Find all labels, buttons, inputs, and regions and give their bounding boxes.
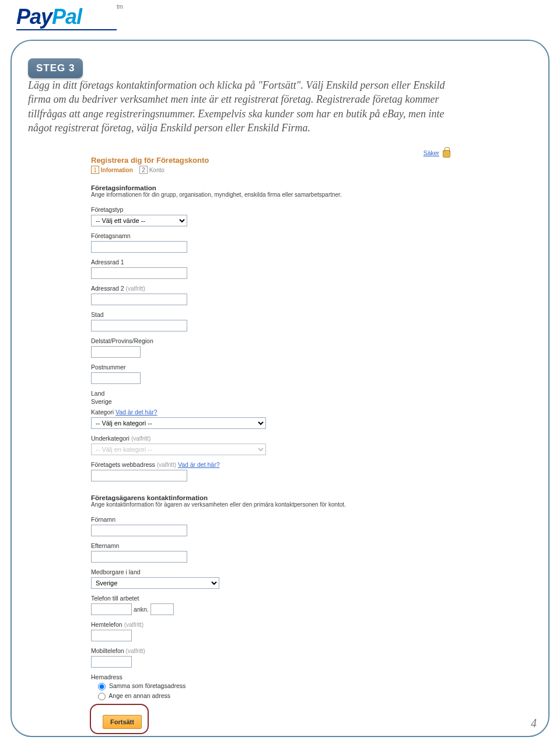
owner-section-heading: Företagsägarens kontaktinformation bbox=[91, 494, 464, 501]
category-label-row: Kategori Vad är det här? bbox=[91, 409, 464, 416]
mobile-label-row: Mobiltelefon (valfritt) bbox=[91, 647, 464, 654]
homeaddr-label: Hemadress bbox=[91, 673, 464, 680]
form-title: Registrera dig för Företagskonto bbox=[91, 156, 464, 165]
city-input[interactable] bbox=[91, 320, 187, 331]
step-2-label: Konto bbox=[149, 167, 164, 173]
web-label: Företagets webbadress bbox=[91, 461, 155, 468]
citizen-select[interactable]: Sverige bbox=[91, 577, 219, 589]
company-name-input[interactable] bbox=[91, 241, 187, 253]
web-help-link[interactable]: Vad är det här? bbox=[178, 461, 220, 468]
region-input[interactable] bbox=[91, 346, 141, 358]
country-value: Sverige bbox=[91, 398, 464, 405]
logo-underline bbox=[16, 29, 117, 30]
country-label: Land bbox=[91, 390, 464, 397]
homephone-label-row: Hemtelefon (valfritt) bbox=[91, 621, 464, 628]
page-number: 4 bbox=[531, 717, 537, 730]
company-name-label: Företagsnamn bbox=[91, 232, 464, 239]
subcategory-label: Underkategori bbox=[91, 435, 130, 442]
lock-icon bbox=[443, 150, 450, 158]
citizen-label: Medborgare i land bbox=[91, 568, 464, 575]
logo-text-pay: Pay bbox=[16, 5, 52, 29]
workphone-input[interactable] bbox=[91, 603, 132, 615]
continue-button[interactable]: Fortsätt bbox=[103, 715, 142, 729]
radio-other-address[interactable] bbox=[98, 693, 106, 700]
company-type-select[interactable]: -- Välj ett värde -- bbox=[91, 215, 187, 226]
owner-section-desc: Ange kontaktinformation för ägaren av ve… bbox=[91, 501, 464, 508]
company-section-desc: Ange informationen för din grupp, organi… bbox=[91, 191, 464, 198]
firstname-label: Förnamn bbox=[91, 516, 464, 523]
address1-label: Adressrad 1 bbox=[91, 259, 464, 266]
form-area: Registrera dig för Företagskonto 1 Infor… bbox=[91, 156, 464, 734]
postal-input[interactable] bbox=[91, 372, 141, 384]
ext-label: ankn. bbox=[134, 606, 149, 613]
address2-input[interactable] bbox=[91, 294, 187, 305]
subcategory-select: -- Välj en kategori -- bbox=[91, 444, 266, 455]
subcategory-label-row: Underkategori (valfritt) bbox=[91, 435, 464, 442]
paypal-logo: PayPal bbox=[16, 5, 82, 29]
step-2-box: 2 bbox=[139, 166, 148, 174]
lastname-label: Efternamn bbox=[91, 542, 464, 549]
radio-other-label: Ange en annan adress bbox=[108, 692, 170, 699]
homephone-input[interactable] bbox=[91, 630, 132, 641]
category-help-link[interactable]: Vad är det här? bbox=[116, 409, 158, 416]
ext-input[interactable] bbox=[150, 603, 174, 615]
workphone-label: Telefon till arbetet bbox=[91, 595, 464, 602]
step-badge: STEG 3 bbox=[28, 58, 83, 78]
address2-label: Adressrad 2 (valfritt) bbox=[91, 285, 464, 292]
intro-text: Lägg in ditt företags kontaktinformation… bbox=[28, 78, 460, 135]
step-1-box: 1 bbox=[91, 166, 99, 174]
web-label-row: Företagets webbadress (valfritt) Vad är … bbox=[91, 461, 464, 468]
radio-same-address[interactable] bbox=[98, 683, 106, 690]
address1-input[interactable] bbox=[91, 267, 187, 279]
step-1-label: Information bbox=[101, 167, 133, 173]
postal-label: Postnummer bbox=[91, 364, 464, 371]
mobile-label: Mobiltelefon bbox=[91, 647, 124, 654]
secure-indicator: Säker bbox=[424, 149, 450, 158]
category-label: Kategori bbox=[91, 409, 114, 416]
mobile-input[interactable] bbox=[91, 656, 132, 668]
category-select[interactable]: -- Välj en kategori -- bbox=[91, 417, 266, 429]
city-label: Stad bbox=[91, 311, 464, 318]
content-card: STEG 3 Lägg in ditt företags kontaktinfo… bbox=[10, 40, 550, 737]
firstname-input[interactable] bbox=[91, 525, 187, 536]
region-label: Delstat/Provins/Region bbox=[91, 337, 464, 344]
trademark-text: tm bbox=[117, 4, 123, 10]
lastname-input[interactable] bbox=[91, 551, 187, 563]
company-type-label: Företagstyp bbox=[91, 206, 464, 213]
company-section-heading: Företagsinformation bbox=[91, 184, 464, 191]
secure-link[interactable]: Säker bbox=[424, 149, 439, 156]
radio-same-label: Samma som företagsadress bbox=[109, 682, 186, 689]
step-indicator: 1 Information 2 Konto bbox=[91, 166, 464, 174]
continue-highlight-circle: Fortsätt bbox=[90, 704, 149, 734]
homephone-label: Hemtelefon bbox=[91, 621, 123, 628]
web-input[interactable] bbox=[91, 470, 187, 481]
logo-text-pal: Pal bbox=[52, 5, 82, 29]
